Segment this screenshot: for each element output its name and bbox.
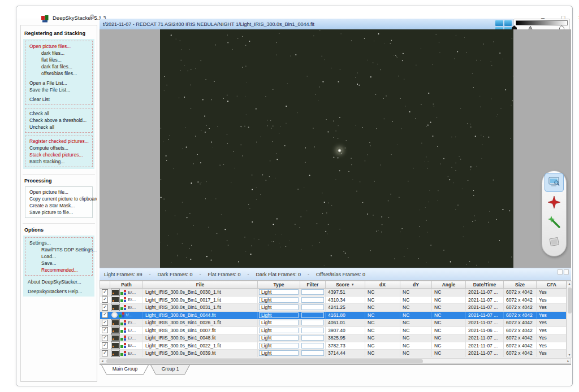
sidebar-link[interactable]: dark files... xyxy=(27,50,91,56)
image-display-tool[interactable] xyxy=(545,173,564,192)
sidebar-link[interactable]: flat files... xyxy=(27,56,91,63)
column-header-score[interactable]: Score▼ xyxy=(326,281,365,288)
row-checkbox[interactable]: ✓ xyxy=(102,342,108,349)
table-row[interactable]: ✓E/...Light_IRIS_300.0s_Bin1_0048.fitLig… xyxy=(100,334,566,342)
picture-icon xyxy=(111,350,119,356)
star-image[interactable] xyxy=(160,29,513,268)
table-row[interactable]: ✓E/...Light_IRIS_300.0s_Bin1_0017_1.fitL… xyxy=(100,297,566,304)
sidebar-link[interactable]: Compute offsets... xyxy=(27,145,91,151)
sidebar-link[interactable]: Check above a threshold... xyxy=(27,117,91,124)
close-button[interactable]: × xyxy=(575,13,579,22)
status-item: Flat Frames: 0 xyxy=(208,272,241,277)
column-header-angle[interactable]: Angle xyxy=(432,281,466,288)
sidebar-link[interactable]: Create a Star Mask... xyxy=(27,202,91,209)
table-row[interactable]: ✓E/...Light_IRIS_300.0s_Bin1_0022_1.fitL… xyxy=(100,342,566,350)
horizontal-scroll-thumb[interactable] xyxy=(106,359,423,363)
sidebar-link[interactable]: Copy current picture to clipboard xyxy=(27,195,91,202)
column-header-filter[interactable]: Filter xyxy=(300,281,326,288)
sidebar-link[interactable]: Load... xyxy=(27,253,91,260)
filter-select[interactable] xyxy=(301,328,324,333)
sidebar-link[interactable]: Open picture files... xyxy=(27,43,91,50)
sidebar-link[interactable]: DeepSkyStacker's Help... xyxy=(25,288,93,295)
column-header-cfa[interactable]: CFA xyxy=(537,281,567,288)
scroll-down-icon[interactable]: ▼ xyxy=(567,352,572,358)
row-checkbox[interactable]: ✓ xyxy=(102,312,108,318)
table-row[interactable]: ✓E/...Light_IRIS_300.0s_Bin1_0039.fitLig… xyxy=(100,350,566,358)
table-row[interactable]: ✓t/...Light_IRIS_300.0s_Bin1_0044.fitLig… xyxy=(100,312,566,320)
levels-gradient-bar[interactable] xyxy=(516,20,568,25)
sidebar-link[interactable]: Stack checked pictures... xyxy=(27,151,91,158)
scroll-left-icon[interactable]: ◄ xyxy=(100,358,105,364)
column-header-path[interactable]: Path xyxy=(110,281,143,288)
column-header-datetime[interactable]: Date/Time xyxy=(466,281,504,288)
filter-select[interactable] xyxy=(301,304,324,310)
type-select[interactable]: Light xyxy=(259,289,299,295)
filter-select[interactable] xyxy=(301,350,324,356)
sidebar-link[interactable]: offset/bias files... xyxy=(27,70,91,77)
sidebar-link[interactable]: Uncheck all xyxy=(27,124,91,130)
sidebar-link[interactable]: Save... xyxy=(27,260,91,267)
star-marker-tool[interactable] xyxy=(545,193,564,212)
type-select[interactable]: Light xyxy=(259,335,299,341)
cell-angle: NC xyxy=(432,289,466,296)
row-checkbox[interactable]: ✓ xyxy=(102,289,108,295)
sidebar-link[interactable]: Batch stacking... xyxy=(27,158,91,165)
filter-select[interactable] xyxy=(301,312,324,318)
rgb-icon xyxy=(120,328,126,333)
sidebar-link[interactable]: Save picture to file... xyxy=(27,209,91,216)
type-select[interactable]: Light xyxy=(259,343,299,349)
tab-main-group[interactable]: Main Group xyxy=(101,365,149,374)
type-select[interactable]: Light xyxy=(259,304,299,310)
sidebar-link[interactable]: Recommended... xyxy=(27,267,91,273)
row-checkbox[interactable]: ✓ xyxy=(102,335,108,341)
status-mini-button[interactable] xyxy=(558,269,563,275)
type-select[interactable]: Light xyxy=(259,350,299,356)
sidebar-link[interactable]: Save the File List... xyxy=(27,86,91,93)
table-row[interactable]: ✓E/...Light_IRIS_300.0s_Bin1_0026_1.fitL… xyxy=(100,319,566,327)
column-header-size[interactable]: Size xyxy=(504,281,537,288)
column-header-dx[interactable]: dX xyxy=(365,281,400,288)
row-checkbox[interactable]: ✓ xyxy=(102,327,108,333)
sidebar-link[interactable]: About DeepSkyStacker... xyxy=(25,278,93,285)
row-checkbox[interactable]: ✓ xyxy=(102,320,108,326)
filter-select[interactable] xyxy=(301,335,324,341)
save-picture-tool[interactable] xyxy=(545,232,564,251)
row-checkbox[interactable]: ✓ xyxy=(102,350,108,356)
gear-icon[interactable]: ⚙ xyxy=(88,13,97,21)
table-row[interactable]: ✓E/...Light_IRIS_300.0s_Bin1_0031_1.fitL… xyxy=(100,304,566,312)
sidebar-link[interactable]: Raw/FITS DDP Settings... xyxy=(27,246,91,253)
sidebar-link[interactable]: dark flat files... xyxy=(27,63,91,70)
sidebar-link[interactable]: Open a File List... xyxy=(27,80,91,86)
table-row[interactable]: ✓E/...Light_IRIS_300.0s_Bin1_0007.fitLig… xyxy=(100,327,566,335)
sidebar-link[interactable]: Check all xyxy=(27,110,91,117)
column-header-check[interactable] xyxy=(100,281,110,288)
sidebar-link[interactable]: Open picture file... xyxy=(27,189,91,195)
sidebar-link[interactable]: Clear List xyxy=(27,96,91,103)
type-select[interactable]: Light xyxy=(259,297,299,303)
row-checkbox[interactable]: ✓ xyxy=(102,297,108,303)
sidebar-link[interactable]: Register checked pictures... xyxy=(27,138,91,145)
table-row[interactable]: ✓E/...Light_IRIS_300.0s_Bin1_0030_1.fitL… xyxy=(100,289,566,297)
column-header-file[interactable]: File xyxy=(143,281,258,288)
scroll-right-icon[interactable]: ► xyxy=(565,358,571,364)
type-select[interactable]: Light xyxy=(259,312,299,318)
wand-tool[interactable] xyxy=(545,212,564,232)
row-checkbox[interactable]: ✓ xyxy=(102,304,108,311)
filter-select[interactable] xyxy=(301,343,324,349)
tab-group-1[interactable]: Group 1 xyxy=(150,365,190,374)
vertical-scroll-thumb[interactable] xyxy=(568,288,572,313)
cell-cfa: Yes xyxy=(537,297,567,304)
column-header-type[interactable]: Type xyxy=(258,281,300,288)
scroll-up-icon[interactable]: ▲ xyxy=(567,281,572,286)
sidebar-link[interactable]: Settings... xyxy=(27,239,91,246)
column-header-dy[interactable]: dY xyxy=(400,281,432,288)
filter-select[interactable] xyxy=(301,320,324,325)
status-mini-button[interactable] xyxy=(564,269,569,275)
cell-size: 6072 x 4042 xyxy=(504,319,537,326)
filter-select[interactable] xyxy=(301,289,324,295)
type-select[interactable]: Light xyxy=(259,320,299,325)
cell-dx: NC xyxy=(365,334,400,342)
cell-size: 6072 x 4042 xyxy=(504,350,537,357)
filter-select[interactable] xyxy=(301,297,324,303)
type-select[interactable]: Light xyxy=(259,328,299,333)
